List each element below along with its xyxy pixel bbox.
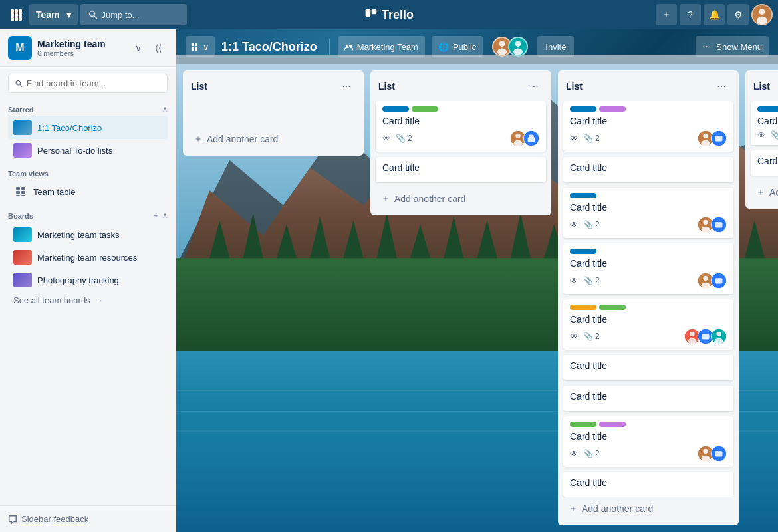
card-8[interactable]: Card title (563, 355, 733, 380)
card-avatar-2[interactable] (711, 273, 727, 289)
sidebar-item-taco-chorizo[interactable]: 1:1 Taco/Chorizo (8, 116, 168, 139)
show-menu-button[interactable]: ··· Show Menu (696, 36, 769, 57)
team-button[interactable]: Team (29, 4, 78, 25)
card-1-watch: 👁 (382, 134, 390, 143)
list-3-header: List ··· (558, 70, 739, 101)
card-13-labels (757, 106, 778, 112)
boards-toggle-button[interactable]: ∧ (162, 211, 168, 221)
list-2-header: List ··· (370, 70, 551, 101)
card-avatar-2[interactable] (711, 130, 727, 146)
feedback-label: Sidebar feedback (21, 514, 88, 524)
board-search-input[interactable] (27, 78, 160, 88)
settings-button[interactable]: ⚙ (727, 4, 749, 25)
create-button[interactable]: ＋ (656, 4, 677, 25)
board-thumb-taco (13, 120, 32, 135)
sidebar-item-label: Photography tracking (37, 275, 119, 285)
list-3-cards: Card title 👁 📎2 (558, 101, 739, 497)
card-avatar-2[interactable] (711, 446, 727, 462)
apps-button[interactable] (5, 4, 27, 25)
boards-add-button[interactable]: ＋ (152, 211, 160, 221)
svg-point-52 (499, 41, 505, 47)
board-thumb-marketing-resources (13, 250, 32, 265)
card-7-meta: 👁 📎2 (570, 329, 727, 344)
svg-point-50 (349, 44, 352, 47)
list-2-menu-button[interactable]: ··· (525, 77, 543, 96)
workspace-expand-button[interactable]: ∨ (129, 39, 148, 57)
sidebar-item-marketing-resources[interactable]: Marketing team resources (8, 246, 168, 269)
notifications-button[interactable]: 🔔 (704, 4, 725, 25)
svg-point-56 (513, 49, 523, 55)
svg-rect-46 (195, 43, 197, 46)
board-area: ∨ 1:1 Taco/Chorizo Marketing Team 🌐 Publ… (176, 29, 778, 532)
starred-section-title: Starred (8, 106, 34, 114)
card-5[interactable]: Card title 👁 📎2 (563, 188, 733, 238)
card-6[interactable]: Card title 👁 📎2 (563, 243, 733, 294)
svg-rect-5 (19, 13, 22, 17)
card-avatar-3[interactable] (711, 329, 727, 344)
workspace-info: Marketing team 6 members (37, 39, 124, 57)
list-1-menu-button[interactable]: ··· (337, 77, 356, 96)
svg-point-55 (515, 41, 521, 47)
card-avatar-2[interactable] (523, 130, 539, 146)
sidebar-item-marketing-tasks[interactable]: Marketing team tasks (8, 223, 168, 246)
team-views-section: Team views Team table (0, 164, 176, 205)
card-10[interactable]: Card title 👁 📎2 (563, 416, 733, 467)
card-13-meta-left: 👁 📎2 (757, 130, 778, 140)
app-title: Trello (382, 8, 414, 22)
list-1-header: List ··· (183, 70, 364, 101)
card-13[interactable]: Card title 👁 📎2 (751, 101, 778, 145)
svg-rect-6 (11, 17, 14, 21)
visibility-button[interactable]: 🌐 Public (432, 36, 483, 57)
sidebar-search[interactable] (8, 74, 168, 93)
card-7-avatars (684, 329, 727, 344)
add-icon: ＋ (569, 503, 578, 515)
user-avatar[interactable] (751, 4, 773, 25)
svg-rect-2 (19, 9, 22, 13)
list-1: List ··· ＋ Add another card (183, 70, 364, 156)
list-4-add-card-button[interactable]: ＋ Add ano... (748, 181, 778, 203)
sidebar-collapse-button[interactable]: ⟨⟨ (149, 39, 168, 57)
see-all-boards-link[interactable]: See all team boards → (8, 291, 168, 309)
svg-point-88 (702, 456, 710, 462)
board-member-avatars (492, 37, 528, 57)
info-button[interactable]: ? (680, 4, 701, 25)
sidebar-item-photography[interactable]: Photography tracking (8, 269, 168, 291)
list-2: List ··· Card title (370, 70, 551, 215)
svg-point-69 (703, 220, 708, 225)
add-icon: ＋ (194, 133, 203, 145)
card-3[interactable]: Card title 👁 📎2 (563, 101, 733, 152)
svg-point-65 (702, 140, 710, 146)
list-2-add-card-button[interactable]: ＋ Add another card (373, 188, 549, 210)
svg-point-84 (716, 332, 721, 336)
list-3-add-card-button[interactable]: ＋ Add another card (561, 497, 736, 520)
card-1[interactable]: Card title 👁 📎 2 (376, 101, 546, 152)
add-icon: ＋ (756, 186, 765, 198)
card-1-attachments: 📎 2 (396, 134, 412, 143)
card-7-labels (570, 305, 727, 310)
card-14[interactable]: Card title (751, 150, 778, 176)
starred-toggle-button[interactable]: ∧ (162, 105, 168, 114)
card-11[interactable]: Card title (563, 472, 733, 497)
attachments: 📎2 (583, 276, 600, 285)
search-button[interactable]: Jump to... (80, 4, 187, 25)
card-2[interactable]: Card title (376, 157, 546, 182)
svg-point-85 (715, 338, 723, 344)
board-view-button[interactable]: ∨ (186, 36, 215, 57)
list-1-add-card-button[interactable]: ＋ Add another card (186, 128, 361, 150)
card-7[interactable]: Card title 👁 📎2 (563, 299, 733, 350)
team-views-title: Team views (8, 170, 49, 178)
invite-button[interactable]: Invite (537, 36, 574, 57)
card-9[interactable]: Card title (563, 386, 733, 411)
svg-rect-23 (21, 195, 25, 196)
sidebar-feedback-link[interactable]: Sidebar feedback (8, 514, 168, 524)
card-avatar-2[interactable] (711, 217, 727, 233)
member-avatar-2[interactable] (508, 37, 528, 57)
sidebar-item-personal-todo[interactable]: Personal To-do lists (8, 139, 168, 162)
marketing-team-button[interactable]: Marketing Team (338, 36, 425, 57)
sidebar-item-team-table[interactable]: Team table (8, 180, 168, 203)
card-3-meta-left: 👁 📎2 (570, 134, 600, 143)
header-separator (329, 39, 330, 55)
list-2-cards: Card title 👁 📎 2 (370, 101, 551, 188)
list-3-menu-button[interactable]: ··· (712, 77, 731, 96)
card-4[interactable]: Card title (563, 157, 733, 182)
